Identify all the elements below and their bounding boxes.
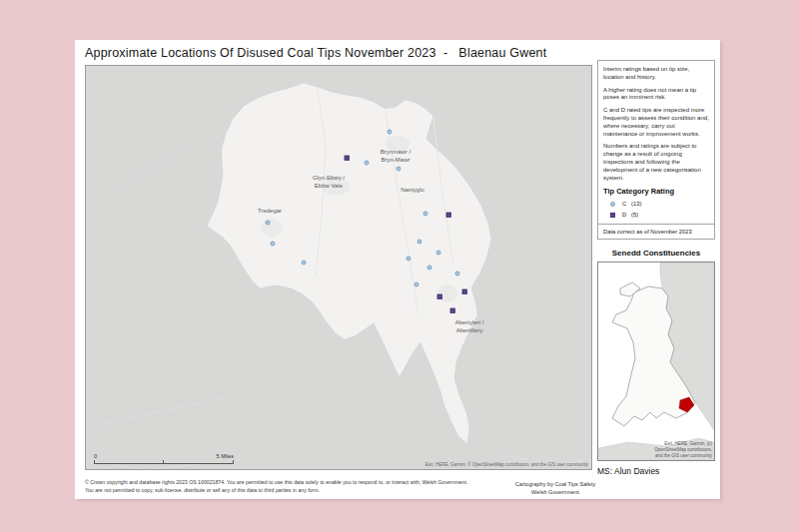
legend-swatch-circle: [610, 202, 615, 207]
county-shape: [207, 83, 491, 444]
info-paragraph: C and D rated tips are inspected more fr…: [603, 107, 709, 138]
legend: C (13)D (5): [603, 201, 709, 218]
scale-distance-label: 5 Miles: [217, 453, 234, 459]
tip-marker-category-c: [271, 242, 276, 247]
cartography-credit: Cartography by Coal Tips Safety Welsh Go…: [512, 480, 598, 496]
tip-marker-category-c: [455, 271, 460, 276]
inset-title: Senedd Constituencies: [597, 249, 715, 258]
legend-swatch-square: [610, 213, 615, 218]
county-boundary-map: [86, 66, 591, 469]
copyright-line: You are not permitted to copy, sub-licen…: [85, 486, 468, 494]
tip-marker-category-c: [302, 261, 307, 266]
tip-marker-category-c: [406, 257, 411, 262]
page-title: Approximate Locations Of Disused Coal Ti…: [85, 46, 546, 60]
tip-marker-category-d: [446, 213, 451, 218]
sidebar: Interim ratings based on tip size, locat…: [597, 60, 715, 476]
map-sheet: Approximate Locations Of Disused Coal Ti…: [75, 40, 720, 499]
cartography-line: Welsh Government: [512, 488, 598, 496]
tip-marker-category-c: [414, 282, 419, 287]
tip-marker-category-c: [436, 251, 441, 256]
scale-bar: 0 5 Miles: [94, 453, 234, 464]
legend-label: D (5): [622, 212, 638, 218]
place-label: Brynmawr /Bryn-Mawr: [381, 149, 410, 164]
road-line: [96, 397, 226, 425]
scale-tick: [163, 460, 164, 463]
legend-title: Tip Category Rating: [603, 187, 709, 196]
member-name: MS: Alun Davies: [597, 466, 715, 476]
tip-marker-category-c: [388, 130, 393, 135]
legend-item: C (13): [610, 201, 709, 207]
tip-marker-category-c: [365, 161, 370, 166]
scale-line: [94, 460, 234, 464]
copyright-notice: © Crown copyright and database rights 20…: [85, 478, 468, 494]
copyright-line: © Crown copyright and database rights 20…: [85, 478, 468, 486]
main-map: Brynmawr /Bryn-MawrGlyn Ebwy /Ebbw ValeN…: [85, 65, 592, 470]
cartography-line: Cartography by Coal Tips Safety: [512, 480, 598, 488]
wales-map: [598, 263, 714, 460]
data-note: Data correct as of November 2023: [598, 224, 714, 239]
tip-marker-category-d: [345, 156, 350, 161]
inset-attribution: Esri, HERE, Garmin, (c) OpenStreetMap co…: [654, 441, 712, 458]
scale-tick: [94, 460, 95, 463]
place-label: Glyn Ebwy /Ebbw Vale: [313, 175, 345, 190]
road-line: [126, 126, 226, 186]
tip-marker-category-c: [427, 266, 432, 270]
info-paragraph: A higher rating does not mean a tip pose…: [603, 87, 709, 103]
place-label: Nantyglo: [400, 187, 424, 195]
legend-item: D (5): [610, 212, 709, 218]
tip-marker-category-d: [450, 308, 455, 313]
scale-tick: [233, 460, 234, 463]
tip-marker-category-c: [417, 240, 422, 245]
info-paragraph: Interim ratings based on tip size, locat…: [603, 66, 709, 82]
legend-label: C (13): [622, 201, 641, 207]
info-box: Interim ratings based on tip size, locat…: [597, 60, 715, 240]
tip-marker-category-c: [266, 221, 271, 226]
scale-zero-label: 0: [94, 453, 97, 459]
place-label: Tredegar: [258, 208, 282, 216]
info-paragraph: Numbers and ratings are subject to chang…: [603, 143, 709, 182]
place-label: Abertyleri /Abertillery: [455, 319, 484, 334]
tip-marker-category-d: [462, 289, 467, 294]
tip-marker-category-d: [437, 294, 442, 299]
senedd-inset-map: Esri, HERE, Garmin, (c) OpenStreetMap co…: [597, 262, 715, 461]
tip-marker-category-c: [397, 167, 401, 172]
urban-area: [261, 219, 283, 237]
map-attribution: Esri, HERE, Garmin, © OpenStreetMap cont…: [425, 462, 588, 467]
tip-marker-category-c: [423, 212, 428, 217]
